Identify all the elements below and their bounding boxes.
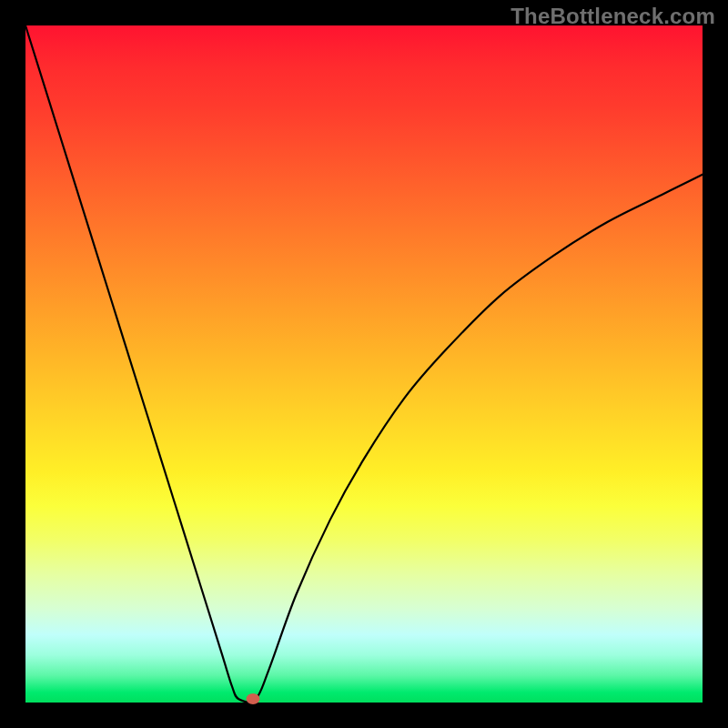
plot-area [25, 25, 703, 703]
bottleneck-curve [25, 25, 703, 702]
curve-layer [25, 25, 703, 703]
optimum-marker [246, 693, 259, 704]
chart-frame: TheBottleneck.com [0, 0, 728, 728]
